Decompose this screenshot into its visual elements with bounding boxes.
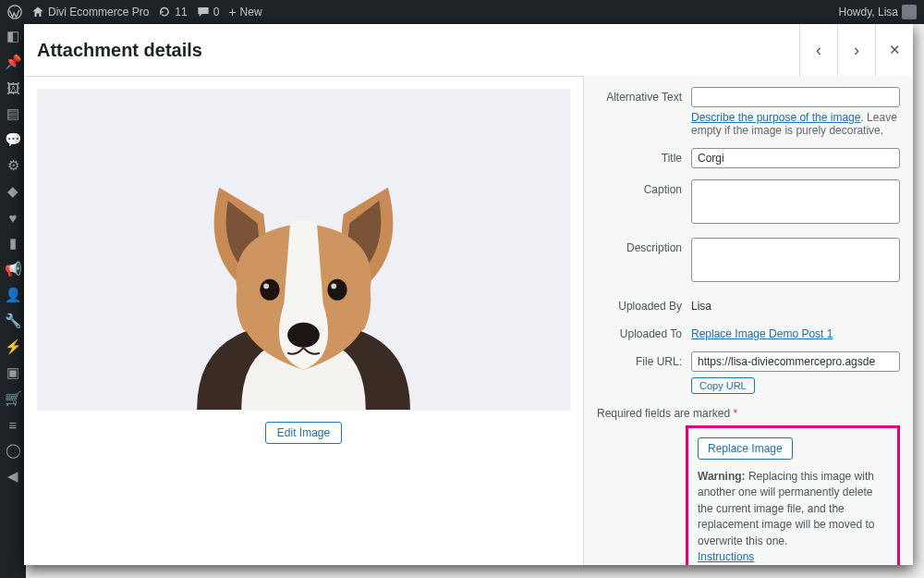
prev-attachment-button[interactable]: ‹: [799, 24, 837, 76]
description-input[interactable]: [691, 238, 900, 282]
divi-icon[interactable]: ◯: [5, 442, 21, 459]
cart-icon[interactable]: 🛒: [5, 390, 21, 407]
file-url-label: File URL:: [597, 351, 691, 394]
svg-point-5: [331, 284, 336, 289]
site-name-link[interactable]: Divi Ecommerce Pro: [31, 6, 149, 18]
stats-icon[interactable]: ▮: [5, 235, 21, 252]
speaker-icon[interactable]: 📢: [5, 261, 21, 277]
pages-icon[interactable]: ▤: [5, 105, 21, 122]
close-icon: ✕: [889, 42, 901, 58]
new-content-link[interactable]: + New: [228, 5, 261, 19]
settings-icon[interactable]: ⚡: [5, 338, 21, 355]
wp-sidebar: ◧ 📌 🖼 ▤ 💬 ⚙ ◆ ♥ ▮ 📢 👤 🔧 ⚡ ▣ 🛒 ≡ ◯ ◀: [0, 24, 26, 578]
comments-link[interactable]: 0: [197, 6, 220, 18]
svg-point-4: [263, 284, 269, 289]
description-label: Description: [597, 238, 691, 285]
file-url-input[interactable]: [691, 351, 900, 372]
replace-image-box: Replace Image Warning: Replacing this im…: [686, 425, 900, 565]
caption-input[interactable]: [691, 179, 900, 224]
required-note: Required fields are marked: [597, 407, 730, 420]
wp-admin-bar: Divi Ecommerce Pro 11 0 + New Howdy, Lis…: [0, 0, 924, 24]
updates-link[interactable]: 11: [158, 6, 187, 18]
copy-url-button[interactable]: Copy URL: [691, 377, 755, 394]
dashboard-icon[interactable]: ◧: [5, 28, 21, 44]
svg-point-3: [327, 279, 346, 301]
chevron-right-icon: ›: [854, 41, 859, 60]
user-avatar-icon: [902, 5, 917, 19]
uploaded-to-label: Uploaded To: [597, 324, 691, 340]
instructions-link[interactable]: Instructions: [698, 550, 754, 563]
warning-label: Warning:: [698, 470, 746, 483]
alt-help-link[interactable]: Describe the purpose of the image: [691, 111, 860, 124]
title-input[interactable]: [691, 148, 900, 168]
new-label: New: [240, 6, 262, 18]
svg-point-2: [260, 279, 279, 301]
collapse-icon[interactable]: ◀: [5, 468, 21, 485]
wp-logo-icon[interactable]: [7, 5, 22, 19]
svg-point-6: [287, 323, 320, 348]
caption-label: Caption: [597, 179, 691, 227]
comments-icon[interactable]: 💬: [5, 131, 21, 148]
chevron-left-icon: ‹: [816, 41, 821, 60]
plugins-icon[interactable]: ◆: [5, 183, 21, 200]
media-icon[interactable]: 🖼: [5, 80, 21, 96]
corgi-image: [37, 89, 570, 411]
uploaded-to-link[interactable]: Replace Image Demo Post 1: [691, 327, 833, 340]
site-name: Divi Ecommerce Pro: [48, 6, 149, 18]
uploaded-by-label: Uploaded By: [597, 296, 691, 313]
more1-icon[interactable]: ▣: [5, 364, 21, 381]
database-icon[interactable]: ≡: [5, 416, 21, 433]
posts-icon[interactable]: 📌: [5, 54, 21, 70]
edit-image-button[interactable]: Edit Image: [265, 422, 342, 444]
howdy-text: Howdy, Lisa: [839, 6, 898, 18]
comments-count: 0: [213, 6, 220, 18]
required-star: *: [733, 407, 737, 420]
appearance-icon[interactable]: ⚙: [5, 157, 21, 174]
next-attachment-button[interactable]: ›: [837, 24, 875, 76]
replace-image-button[interactable]: Replace Image: [698, 437, 793, 460]
updates-count: 11: [175, 6, 187, 18]
uploaded-by-value: Lisa: [691, 296, 900, 313]
attachment-details-modal: Attachment details ‹ › ✕: [24, 24, 913, 565]
close-modal-button[interactable]: ✕: [875, 24, 913, 76]
alt-text-label: Alternative Text: [597, 87, 691, 137]
title-label: Title: [597, 148, 691, 168]
alt-text-input[interactable]: [691, 87, 900, 107]
howdy-user[interactable]: Howdy, Lisa: [839, 5, 917, 19]
modal-title: Attachment details: [37, 40, 202, 61]
attachment-preview: [37, 89, 570, 411]
tools-icon[interactable]: 🔧: [5, 313, 21, 329]
heart-icon[interactable]: ♥: [5, 209, 21, 226]
users-icon[interactable]: 👤: [5, 287, 21, 303]
